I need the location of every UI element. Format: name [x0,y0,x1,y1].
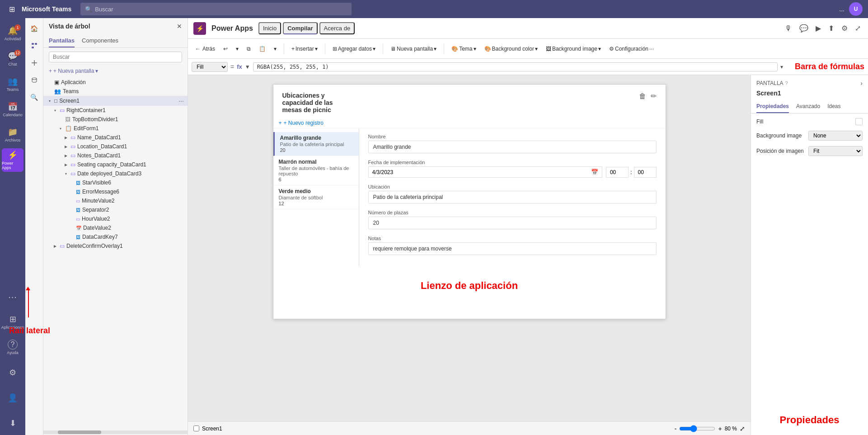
paste-dropdown[interactable]: ▾ [271,44,279,54]
tree-item-datacardkey7[interactable]: 🖼 DataCardKey7 [43,232,188,241]
undo-button[interactable]: ↩ [221,44,230,54]
tree-item-aplicacion[interactable]: ▣ Aplicación [43,78,188,87]
second-rail-home[interactable]: 🏠 [28,22,41,35]
sidebar-item-download[interactable]: ⬇ [2,411,23,435]
zoom-plus-btn[interactable]: + [718,425,722,432]
configuracion-button[interactable]: ⚙ Configuración ··· [606,44,657,54]
second-rail-search[interactable]: 🔍 [28,90,41,104]
fill-color-swatch[interactable] [855,118,863,125]
expand-icon: ▾ [52,108,58,113]
tree-panel-close[interactable]: ✕ [177,23,182,30]
more-icon[interactable]: ... [839,5,845,13]
tree-item-name-datacard[interactable]: ▶ ▭ Name_DataCard1 [43,133,188,142]
search-bar[interactable]: 🔍 Buscar [80,3,352,15]
sidebar-item-settings[interactable]: ⚙ [2,361,23,384]
tree-item-minutevalue2[interactable]: ▭ MinuteValue2 [43,196,188,205]
right-panel-expand[interactable]: › [860,80,863,87]
background-color-button[interactable]: 🎨 Background color ▾ [482,44,540,54]
sidebar-item-more[interactable]: ··· [2,285,23,308]
sidebar-item-archivos[interactable]: 📁 Archivos [2,123,23,147]
nav-compilar[interactable]: Compilar [283,22,317,34]
horizontal-scrollbar[interactable] [43,430,188,434]
back-button[interactable]: ← Atrás [192,44,218,54]
property-dropdown[interactable]: Fill [192,62,228,72]
sidebar-item-teams[interactable]: 👥 Teams [2,72,23,96]
zoom-minus-btn[interactable]: - [675,425,677,432]
tree-item-starvisible6[interactable]: 🖼 StarVisible6 [43,178,188,187]
image-pos-select[interactable]: Fit [808,146,863,156]
tree-item-teams[interactable]: 👥 Teams [43,87,188,96]
play-icon[interactable]: ▶ [814,22,823,34]
tab-propiedades[interactable]: Propiedades [756,100,789,113]
formula-input[interactable] [253,62,778,71]
more-options-icon[interactable]: ⚙ [840,22,849,34]
tree-item-topbottomdivider[interactable]: 🖼 TopBottomDivider1 [43,115,188,124]
tree-item-notes-datacard[interactable]: ▶ ▭ Notes_DataCard1 [43,151,188,160]
field-notas-value[interactable]: requiere remolque para moverse [368,242,657,255]
tree-item-location-datacard[interactable]: ▶ ▭ Location_DataCard1 [43,142,188,151]
field-nombre-value[interactable]: Amarillo grande [368,141,657,153]
tree-item-editform1[interactable]: ▾ 📋 EditForm1 [43,124,188,133]
undo-dropdown[interactable]: ▾ [233,44,241,54]
sidebar-item-powerapps[interactable]: ⚡ Power Apps [2,148,23,172]
nuevo-registro-btn[interactable]: + + Nuevo registro [273,118,666,128]
background-image-button[interactable]: 🖼 Background image ▾ [543,44,604,54]
sidebar-item-actividad[interactable]: 🔔 1 Actividad [2,22,23,45]
share-icon[interactable]: ⬆ [826,22,836,34]
second-rail-insert[interactable] [28,56,41,70]
microphone-icon[interactable]: 🎙 [783,23,794,34]
sidebar-item-help[interactable]: ? Ayuda [2,336,23,359]
paste-button[interactable]: 📋 [256,44,268,54]
insert-button[interactable]: + Insertar ▾ [289,44,320,54]
field-ubicacion-value[interactable]: Patio de la cafetería principal [368,191,657,203]
tree-item-screen1[interactable]: ▾ □ Screen1 ··· [43,96,188,106]
sidebar-item-chat[interactable]: 💬 12 Chat [2,47,23,71]
sidebar-item-people[interactable]: 👤 [2,386,23,410]
tree-item-date-datacard[interactable]: ▾ ▭ Date deployed_DataCard3 [43,169,188,178]
edit-button[interactable]: ✏ [651,92,657,100]
tree-item-hourvalue2[interactable]: ▭ HourValue2 [43,214,188,223]
tree-search-input[interactable] [49,52,182,62]
expand-icon[interactable]: ⤢ [853,22,863,34]
list-item-1[interactable]: Amarillo grande Patio de la cafetería pr… [273,132,359,156]
delete-button[interactable]: 🗑 [639,92,646,100]
bg-image-select[interactable]: None [808,131,863,141]
tab-avanzado[interactable]: Avanzado [796,100,820,113]
nav-acercade[interactable]: Acerca de [319,22,355,34]
expand-icon [47,80,52,85]
nueva-pantalla-button[interactable]: 🖥 Nueva pantalla ▾ [388,44,439,54]
screen-checkbox[interactable] [193,426,199,431]
tema-button[interactable]: 🎨 Tema ▾ [449,44,479,54]
tree-item-separator2[interactable]: 🖼 Separator2 [43,205,188,214]
comment-icon[interactable]: 💬 [798,22,810,34]
copy-button[interactable]: ⧉ [244,44,253,54]
formula-expand-icon[interactable]: ▾ [780,64,783,70]
sidebar-item-calendario[interactable]: 📅 Calendario [2,98,23,121]
tree-item-deleteconfirmoverlay[interactable]: ▶ ▭ DeleteConfirmOverlay1 [43,241,188,251]
nav-inicio[interactable]: Inicio [258,22,281,34]
sidebar-item-apps[interactable]: ⊞ Aplicaciones [2,310,23,334]
second-rail-tree[interactable] [28,39,41,52]
tab-componentes[interactable]: Componentes [82,34,118,47]
prop-bg-image: Background image None [756,131,863,141]
tree-item-datevalue2[interactable]: 📅 DateValue2 [43,223,188,232]
context-menu-icon[interactable]: ··· [178,97,184,104]
second-rail-data[interactable] [28,73,41,87]
apps-grid-icon[interactable]: ⊞ [5,3,18,15]
zoom-slider[interactable] [679,425,715,432]
fecha-input[interactable]: 4/3/2023 📅 [368,166,602,178]
list-item-2[interactable]: Marrón normal Taller de automóviles - ba… [273,156,359,185]
list-item-3[interactable]: Verde medio Diamante de sóftbol 12 [273,185,359,209]
avatar[interactable]: U [849,2,863,16]
tab-pantallas[interactable]: Pantallas [49,34,75,47]
field-plazas-value[interactable]: 20 [368,217,657,229]
tree-item-errormessage6[interactable]: 🖼 ErrorMessage6 [43,187,188,196]
hour-input[interactable]: 00 [606,167,629,178]
tree-item-rightcontainer1[interactable]: ▾ ▭ RightContainer1 [43,106,188,115]
new-screen-btn[interactable]: + + Nueva pantalla ▾ [49,68,98,74]
tree-item-seating-datacard[interactable]: ▶ ▭ Seating capacity_DataCard1 [43,160,188,169]
fullscreen-btn[interactable]: ⤢ [740,425,745,432]
agregar-datos-button[interactable]: ⊞ Agregar datos ▾ [330,44,378,54]
minute-input[interactable]: 00 [634,167,657,178]
tab-ideas[interactable]: Ideas [827,100,840,113]
